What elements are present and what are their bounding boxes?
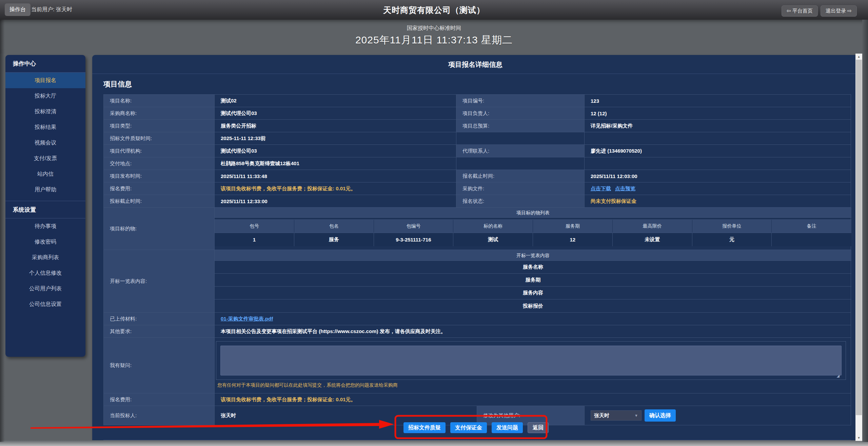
- sidebar-item-user-help[interactable]: 用户帮助: [5, 182, 85, 197]
- fee-row: 报名费用: 该项目免收标书费，免收平台服务费；投标保证金: 0.01元。: [104, 393, 851, 406]
- time-value: 2025年11月11日 11:37:13 星期二: [0, 33, 868, 47]
- sidebar-section-operation-center: 操作中心: [5, 55, 85, 73]
- uploaded-file-cell: 01-采购文件审批表.pdf: [215, 313, 851, 325]
- sidebar-item-project-signup[interactable]: 项目报名: [5, 73, 85, 88]
- subject-row: 项目标的物: 项目标的物列表 包号 包名 包编号 标的名称 服务期 最高限价 报…: [104, 208, 851, 250]
- bid-opening-title: 开标一览表内容: [215, 250, 851, 261]
- bid-opening-item: 服务内容: [215, 287, 851, 299]
- field-label: 项目代理机构:: [104, 145, 215, 157]
- preview-link[interactable]: 点击预览: [615, 186, 635, 192]
- sidebar-item-video-meeting[interactable]: 视频会议: [5, 135, 85, 151]
- table-row: 报名费用: 该项目免收标书费，免收平台服务费；投标保证金: 0.01元。 采购文…: [104, 182, 851, 195]
- field-value: 2025/11/11 12:03:00: [585, 170, 851, 182]
- field-value: 测试代理公司03: [215, 145, 456, 157]
- question-textarea[interactable]: [220, 346, 842, 375]
- field-label: 交付地点:: [104, 157, 215, 170]
- cell-remark: [772, 233, 851, 246]
- subject-table-title: 项目标的物列表: [215, 208, 851, 218]
- bidder-switch-cell: 张天时 ▼ 确认选择: [585, 406, 851, 425]
- vertical-scrollbar[interactable]: ▲ ▼: [855, 54, 862, 441]
- time-caption: 国家授时中心标准时间: [0, 25, 868, 32]
- field-label: 代理联系人:: [456, 145, 585, 157]
- table-row: 采购商名称: 测试代理公司03 项目负责人: 12 (12): [104, 107, 851, 120]
- send-question-button[interactable]: 发送问题: [492, 422, 523, 433]
- logout-button[interactable]: 退出登录 ⇨: [821, 5, 857, 17]
- empty-cell: [456, 132, 585, 144]
- field-label: 报名费用:: [104, 182, 215, 195]
- fee-notice: 该项目免收标书费，免收平台服务费；投标保证金: 0.01元。: [215, 393, 851, 406]
- other-req-row: 其他要求: 本项目相关公告及变更事项在招采测试平台 (https://www.c…: [104, 325, 851, 338]
- col-header: 备注: [772, 220, 851, 233]
- question-hint: 您有任何对于本项目的疑问都可以在此处填写提交，系统将会把您的问题发送给采购商: [216, 380, 846, 391]
- field-value: 杜鹃路858号奥克斯缔壹城12栋401: [215, 157, 456, 170]
- sidebar-item-bid-clarify[interactable]: 投标澄清: [5, 104, 85, 119]
- field-label: 我有疑问:: [104, 338, 215, 393]
- confirm-select-button[interactable]: 确认选择: [645, 409, 676, 422]
- main-panel: 项目报名详细信息 项目信息 项目名称: 测试02 项目编号: 123 采购商名称…: [92, 55, 859, 444]
- challenge-document-button[interactable]: 招标文件质疑: [403, 422, 446, 433]
- cell-package-name: 服务: [294, 233, 374, 246]
- table-row: 交付地点: 杜鹃路858号奥克斯缔壹城12栋401: [104, 157, 851, 170]
- field-label: 报名截止时间:: [456, 170, 585, 182]
- empty-cell: [585, 132, 851, 144]
- table-row: 招标文件质疑时间: 2025-11-11 12:33前: [104, 132, 851, 145]
- bid-opening-row: 开标一览表内容: 开标一览表内容 服务名称 服务期 服务内容 投标报价: [104, 250, 851, 313]
- other-req-value: 本项目相关公告及变更事项在招采测试平台 (https://www.cszoc.c…: [215, 325, 851, 337]
- sidebar: 操作中心 项目报名 投标大厅 投标澄清 投标结果 视频会议 支付/发票 站内信 …: [5, 55, 85, 357]
- field-label: 当前投标人:: [104, 406, 215, 425]
- download-link[interactable]: 点击下载: [591, 186, 611, 192]
- sidebar-item-profile-edit[interactable]: 个人信息修改: [5, 265, 85, 281]
- sidebar-section-system-settings: 系统设置: [5, 201, 85, 218]
- field-label: 开标一览表内容:: [104, 250, 215, 312]
- question-row: 我有疑问: ◢ 您有任何对于本项目的疑问都可以在此处填写提交，系统将会把您的问题…: [104, 338, 851, 393]
- scroll-down-icon[interactable]: ▼: [855, 435, 862, 441]
- table-row: 项目名称: 测试02 项目编号: 123: [104, 95, 851, 107]
- field-value: 2025/11/11 11:33:48: [215, 170, 456, 182]
- project-info-table: 项目名称: 测试02 项目编号: 123 采购商名称: 测试代理公司03 项目负…: [103, 94, 851, 425]
- field-value: 廖先进 (13469070520): [585, 145, 851, 157]
- uploaded-file-link[interactable]: 01-采购文件审批表.pdf: [221, 316, 273, 322]
- field-label: 项目编号:: [456, 95, 585, 107]
- field-label: 项目标的物:: [104, 208, 215, 250]
- platform-home-button[interactable]: ⇦ 平台首页: [782, 5, 818, 17]
- title-divider: [92, 74, 859, 74]
- sidebar-item-company-users[interactable]: 公司用户列表: [5, 281, 85, 296]
- field-label: 招标文件质疑时间:: [104, 132, 215, 144]
- table-row: 投标截止时间: 2025/11/11 12:33:00 报名状态: 尚未支付投标…: [104, 195, 851, 208]
- chevron-down-icon: ▼: [634, 413, 638, 418]
- sidebar-item-change-password[interactable]: 修改密码: [5, 234, 85, 250]
- scroll-up-icon[interactable]: ▲: [855, 54, 862, 60]
- back-button[interactable]: 返回: [528, 422, 549, 433]
- sidebar-item-todo[interactable]: 待办事项: [5, 218, 85, 234]
- user-select[interactable]: 张天时 ▼: [591, 410, 642, 421]
- sidebar-item-bid-hall[interactable]: 投标大厅: [5, 88, 85, 104]
- action-bar: 招标文件质疑 支付保证金 发送问题 返回: [403, 422, 549, 433]
- sidebar-item-pay-invoice[interactable]: 支付/发票: [5, 151, 85, 166]
- field-label: 项目发布时间:: [104, 170, 215, 182]
- question-area: ◢ 您有任何对于本项目的疑问都可以在此处填写提交，系统将会把您的问题发送给采购商: [215, 338, 851, 393]
- scrollbar-thumb[interactable]: [856, 60, 862, 415]
- cell-price-unit: 元: [692, 233, 772, 246]
- col-header: 包名: [294, 220, 374, 233]
- field-label: 采购文件:: [456, 182, 585, 195]
- field-value: 详见招标/采购文件: [585, 120, 851, 132]
- sidebar-item-company-settings[interactable]: 公司信息设置: [5, 296, 85, 312]
- sidebar-item-purchaser-list[interactable]: 采购商列表: [5, 250, 85, 265]
- field-label: 已上传材料:: [104, 313, 215, 325]
- field-value: 测试02: [215, 95, 456, 107]
- signup-status: 尚未支付投标保证金: [585, 195, 851, 207]
- field-label: 采购商名称:: [104, 107, 215, 119]
- field-label: 项目负责人:: [456, 107, 585, 119]
- pay-deposit-button[interactable]: 支付保证金: [450, 422, 487, 433]
- sidebar-item-bid-result[interactable]: 投标结果: [5, 119, 85, 135]
- cell-subject-name: 测试: [453, 233, 533, 246]
- empty-cell: [456, 157, 585, 170]
- empty-cell: [585, 157, 851, 170]
- field-value: 2025/11/11 12:33:00: [215, 195, 456, 207]
- sidebar-item-site-mail[interactable]: 站内信: [5, 166, 85, 182]
- uploaded-row: 已上传材料: 01-采购文件审批表.pdf: [104, 313, 851, 325]
- subject-table-data-row: 1 服务 9-3-251111-716 测试 12 未设置 元: [215, 233, 851, 246]
- field-value: 123: [585, 95, 851, 107]
- col-header: 包号: [215, 220, 294, 233]
- left-edge-shadow: [0, 20, 5, 442]
